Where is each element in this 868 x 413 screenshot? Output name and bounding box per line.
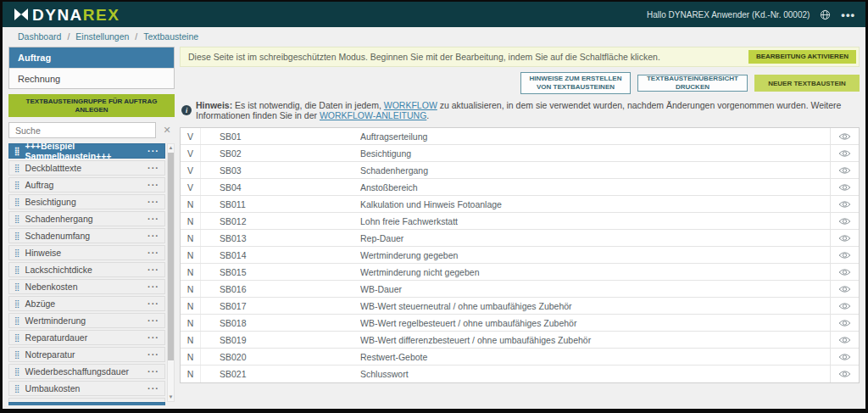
drag-handle-icon[interactable]: ⣿ [14,283,20,291]
sidebar-group-item[interactable]: ⣿ Nebenkosten ··· [8,279,165,294]
activate-editing-button[interactable]: BEARBEITUNG AKTIVIEREN [748,50,856,64]
sidebar-group-item[interactable]: ⣿ Reparaturdauer ··· [8,330,165,345]
textblock-hints-button[interactable]: HINWEISE ZUM ERSTELLEN VON TEXTBAUSTEINE… [520,72,631,94]
group-item-more-icon[interactable]: ··· [147,282,159,292]
sidebar-group-item[interactable]: ⣿ Lackschichtdicke ··· [8,262,165,277]
group-item-more-icon[interactable]: ··· [147,332,159,343]
preview-eye-button[interactable] [830,179,859,195]
group-item-more-icon[interactable]: ··· [147,197,159,207]
header-menu-icon[interactable]: ••• [841,8,855,21]
sidebar-group-item[interactable]: ⣿ Hinweise ··· [8,245,165,260]
sidebar-group-item[interactable]: ⣿ Auftrag ··· [8,177,165,193]
preview-eye-button[interactable] [830,145,859,161]
drag-handle-icon[interactable]: ⣿ [14,351,20,359]
breadcrumb-einstellungen[interactable]: Einstellungen [75,31,129,42]
group-item-more-icon[interactable]: ··· [147,214,159,224]
tab-rechnung[interactable]: Rechnung [9,68,174,88]
drag-handle-icon[interactable]: ⣿ [14,232,20,240]
preview-eye-button[interactable] [830,366,859,382]
textblock-row[interactable]: N SB019 WB-Wert differenzbesteuert / ohn… [181,332,859,349]
search-clear-icon[interactable]: ✕ [159,125,175,136]
textblock-row[interactable]: N SB013 Rep-Dauer [181,230,859,247]
create-textblock-group-button[interactable]: TEXTBAUSTEINGRUPPE FÜR AUFTRAG ANLEGEN [8,94,175,117]
search-input[interactable] [9,126,155,136]
textblock-row[interactable]: V SB03 Schadenhergang [181,162,859,179]
tab-auftrag[interactable]: Auftrag [9,47,174,68]
breadcrumb-textbausteine[interactable]: Textbausteine [143,31,198,42]
sidebar-group-item[interactable]: ⣿ Besichtigung ··· [8,194,165,209]
drag-handle-icon[interactable]: ⣿ [14,148,20,155]
drag-handle-icon[interactable]: ⣿ [14,249,20,257]
textblock-row[interactable]: N SB018 WB-Wert regelbesteuert / ohne um… [181,315,859,332]
preview-eye-button[interactable] [830,332,859,348]
new-textblock-button[interactable]: NEUER TEXTBAUSTEIN [754,75,860,92]
preview-eye-button[interactable] [830,281,859,297]
preview-eye-button[interactable] [830,213,859,229]
drag-handle-icon[interactable]: ⣿ [14,317,20,325]
drag-handle-icon[interactable]: ⣿ [14,266,20,274]
breadcrumb-dashboard[interactable]: Dashboard [18,31,61,42]
drag-handle-icon[interactable]: ⣿ [14,385,20,393]
textblock-row[interactable]: N SB021 Schlusswort [181,366,859,382]
preview-eye-button[interactable] [830,230,859,246]
drag-handle-icon[interactable]: ⣿ [14,368,20,376]
textblock-row[interactable]: N SB012 Lohn freie Fachwerkstatt [181,213,859,230]
textblock-row[interactable]: V SB02 Besichtigung [181,145,859,162]
sidebar-group-item[interactable]: ⣿ Schadenumfang ··· [8,228,165,243]
preview-eye-button[interactable] [830,315,859,331]
textblock-row[interactable]: N SB016 WB-Dauer [181,281,859,298]
group-item-more-icon[interactable]: ··· [147,265,159,275]
textblock-row[interactable]: N SB020 Restwert-Gebote [181,349,859,366]
group-item-more-icon[interactable]: ··· [147,315,159,326]
preview-eye-button[interactable] [830,298,859,314]
sidebar-group-item-partial[interactable] [8,402,165,405]
scrollbar-thumb[interactable] [168,153,174,360]
print-overview-button[interactable]: TEXTBAUSTEINÜBERSICHT DRUCKEN [637,75,748,92]
group-item-more-icon[interactable]: ··· [147,231,159,241]
drag-handle-icon[interactable]: ⣿ [14,181,20,189]
group-item-more-icon[interactable]: ··· [147,349,159,360]
eye-icon [838,183,851,192]
scroll-down-icon[interactable]: ▼ [169,393,174,401]
sidebar-group-item[interactable]: ⣿ Notreparatur ··· [8,347,165,362]
group-item-more-icon[interactable]: ··· [147,366,159,377]
workflow-guide-link[interactable]: WORKFLOW-ANLEITUNG [320,110,426,120]
preview-eye-button[interactable] [830,196,859,212]
drag-handle-icon[interactable]: ⣿ [14,165,20,172]
group-item-more-icon[interactable]: ··· [147,163,159,173]
preview-eye-button[interactable] [830,128,859,144]
textblock-row[interactable]: N SB014 Wertminderung gegeben [181,247,859,264]
sidebar-group-item[interactable]: ⣿ Abzüge ··· [8,296,165,311]
group-item-label: Deckblatttexte [25,163,82,173]
group-item-more-icon[interactable]: ··· [147,248,159,258]
scroll-up-icon[interactable]: ▲ [169,144,174,152]
textblock-row[interactable]: V SB01 Auftragserteilung [181,128,859,145]
group-item-more-icon[interactable]: ··· [147,383,159,393]
globe-icon[interactable] [820,9,831,20]
drag-handle-icon[interactable]: ⣿ [14,215,20,223]
textblock-row[interactable]: N SB011 Kalkulation und Hinweis Fotoanla… [181,196,859,213]
group-item-label: Wiederbeschaffungsdauer [25,366,129,377]
preview-eye-button[interactable] [830,247,859,263]
drag-handle-icon[interactable]: ⣿ [14,300,20,308]
sidebar-group-item[interactable]: ⣿ Wiederbeschaffungsdauer ··· [8,364,165,379]
group-item-more-icon[interactable]: ··· [147,180,159,190]
group-item-more-icon[interactable]: ··· [147,146,159,156]
drag-handle-icon[interactable]: ⣿ [14,334,20,342]
workflow-link[interactable]: WORKFLOW [384,100,437,110]
textblock-row[interactable]: N SB015 Wertminderung nicht gegeben [181,264,859,281]
preview-eye-button[interactable] [830,264,859,280]
sidebar-group-item[interactable]: ⣿ +++Beispiel Sammelbaustein+++ ··· [8,143,165,159]
preview-eye-button[interactable] [830,349,859,365]
sidebar-group-item[interactable]: ⣿ Deckblatttexte ··· [8,160,165,176]
preview-eye-button[interactable] [830,162,859,178]
textblock-flag: N [181,247,201,263]
textblock-row[interactable]: V SB04 Anstoßbereich [181,179,859,196]
textblock-row[interactable]: N SB017 WB-Wert steuerneutral / ohne umb… [181,298,859,315]
group-item-more-icon[interactable]: ··· [147,299,159,309]
sidebar-scrollbar[interactable]: ▲ ▼ [167,143,175,402]
sidebar-group-item[interactable]: ⣿ Schadenhergang ··· [8,211,165,226]
sidebar-group-item[interactable]: ⣿ Umbaukosten ··· [8,381,165,396]
sidebar-group-item[interactable]: ⣿ Wertminderung ··· [8,313,165,328]
drag-handle-icon[interactable]: ⣿ [14,198,20,206]
